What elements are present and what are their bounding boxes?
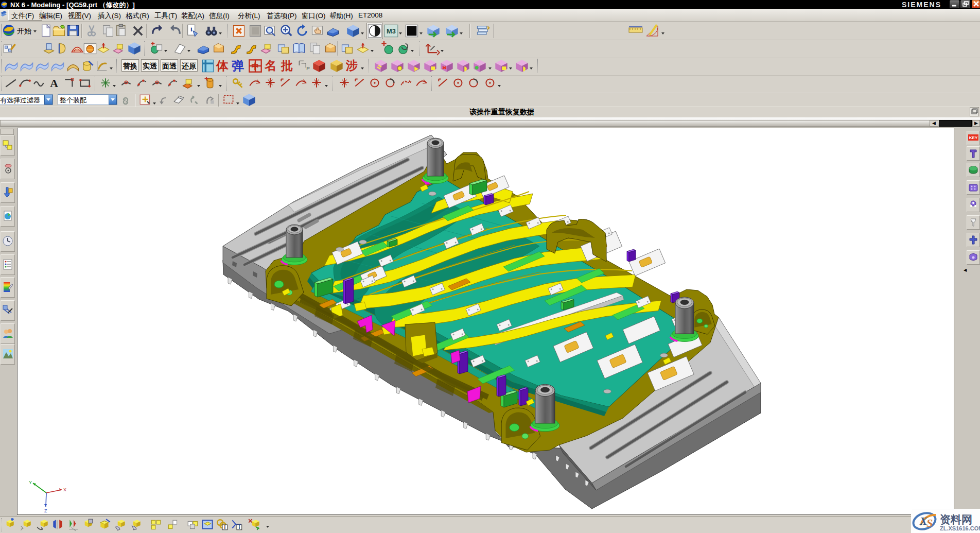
svg-text:P: P <box>306 65 310 71</box>
svg-text:资料网: 资料网 <box>940 513 972 525</box>
svg-text:i: i <box>239 525 240 530</box>
svg-text:X: X <box>63 487 66 492</box>
svg-text:Z: Z <box>44 508 47 513</box>
svg-text:i: i <box>224 525 225 530</box>
svg-text:M3: M3 <box>387 27 396 35</box>
svg-text:ZL.XS1616.COM: ZL.XS1616.COM <box>940 525 980 531</box>
svg-text:S: S <box>926 517 933 529</box>
svg-text:i: i <box>190 25 192 33</box>
svg-text:Y: Y <box>29 480 32 485</box>
svg-text:A: A <box>50 77 58 90</box>
svg-text:KEY: KEY <box>969 135 978 140</box>
svg-text:中: 中 <box>251 62 259 71</box>
